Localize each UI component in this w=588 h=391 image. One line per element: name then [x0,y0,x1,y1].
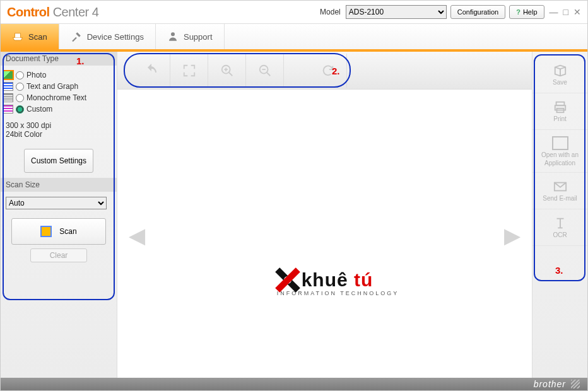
logo-text-1: Control [7,5,50,19]
watermark-logo: khuê tú INFORMATION TECHNOLOGY [250,269,399,296]
text-graph-icon [3,82,13,91]
preview-area: ◀ ▶ khuê tú INFORMATION TECHNOLOGY [117,90,532,381]
tab-scan[interactable]: Scan [1,24,59,49]
configuration-button[interactable]: Configuration [450,5,505,19]
undo-button[interactable] [132,54,170,88]
center-panel: 2. ◀ ▶ khuê tú INFORMATION TECHNOLOGY [117,52,532,381]
watermark-name-b: tú [354,269,373,290]
svg-point-0 [171,32,175,36]
scan-glyph-icon [40,226,52,237]
rotate-button[interactable] [309,54,347,88]
tab-device-settings[interactable]: Device Settings [59,24,156,49]
minimize-icon[interactable]: — [550,7,558,17]
footer-bar: brother [1,378,587,390]
resolution-line: 300 x 300 dpi [6,121,112,130]
title-bar: Control Center 4 Model ADS-2100 Configur… [1,1,587,23]
doc-type-photo-label: Photo [26,71,46,79]
next-arrow-icon[interactable]: ▶ [504,223,520,248]
close-icon[interactable]: ✕ [573,7,581,17]
radio-text-graph[interactable] [16,83,24,91]
ocr-action[interactable]: OCR [532,209,587,246]
ocr-label: OCR [553,231,567,238]
window-controls: — □ ✕ [550,7,581,17]
open-with-app-action[interactable]: Open with an Application [532,130,587,173]
doc-type-custom-label: Custom [26,105,52,114]
clear-button: Clear [30,248,87,262]
doc-type-monochrome-label: Monochrome Text [26,93,86,102]
custom-icon [3,105,13,114]
print-action[interactable]: Print [532,93,587,130]
photo-icon [3,71,13,79]
send-email-action[interactable]: Send E-mail [532,173,587,209]
model-select[interactable]: ADS-2100 [346,5,447,19]
annotation-num-3: 3. [555,265,563,276]
tab-strip: Scan Device Settings Support [1,24,587,49]
document-type-header: Document Type [1,52,117,66]
prev-arrow-icon[interactable]: ◀ [129,223,145,248]
right-panel: Save Print Open with an Application Send… [532,52,587,381]
tab-scan-label: Scan [28,32,47,42]
email-label: Send E-mail [543,195,577,202]
tab-support[interactable]: Support [156,24,225,49]
save-label: Save [553,79,567,86]
open-app-label-1: Open with an [541,151,579,158]
scan-size-header: Scan Size [1,178,117,192]
fit-button[interactable] [170,54,208,88]
resize-grip-icon[interactable] [571,380,580,388]
radio-custom[interactable] [16,105,24,114]
doc-type-custom[interactable]: Custom [3,103,114,115]
zoom-in-button[interactable] [208,54,246,88]
watermark-x-icon [276,269,299,291]
scanner-icon [12,31,23,42]
color-depth-line: 24bit Color [6,130,112,139]
custom-settings-button[interactable]: Custom Settings [24,149,93,173]
preview-toolbar: 2. [117,52,532,90]
footer-brand: brother [534,379,566,389]
maximize-icon[interactable]: □ [563,7,568,17]
model-label: Model [320,8,341,16]
monochrome-icon [3,93,13,102]
help-button[interactable]: Help [509,5,544,19]
app-logo: Control Center 4 [7,5,98,20]
tools-icon [71,31,82,42]
logo-text-2: Center [53,5,89,19]
zoom-out-button[interactable] [246,54,284,88]
doc-type-photo[interactable]: Photo [3,69,114,81]
save-action[interactable]: Save [532,57,587,93]
person-icon [167,31,179,42]
tab-device-settings-label: Device Settings [87,32,144,42]
radio-photo[interactable] [16,71,24,79]
print-label: Print [553,115,567,122]
doc-type-text-graph-label: Text and Graph [26,82,78,91]
radio-monochrome[interactable] [16,94,24,102]
logo-num: 4 [92,5,99,19]
doc-type-monochrome[interactable]: Monochrome Text [3,92,114,103]
open-app-icon [552,136,568,150]
watermark-name-a: khuê [302,269,348,290]
open-app-label-2: Application [544,160,575,166]
scan-button[interactable]: Scan [11,218,106,245]
scan-button-label: Scan [59,227,76,236]
doc-type-text-graph[interactable]: Text and Graph [3,81,114,92]
tab-support-label: Support [184,32,213,42]
scan-size-select[interactable]: Auto [6,197,107,209]
left-panel: Document Type Photo Text and Graph Monoc… [1,52,117,381]
